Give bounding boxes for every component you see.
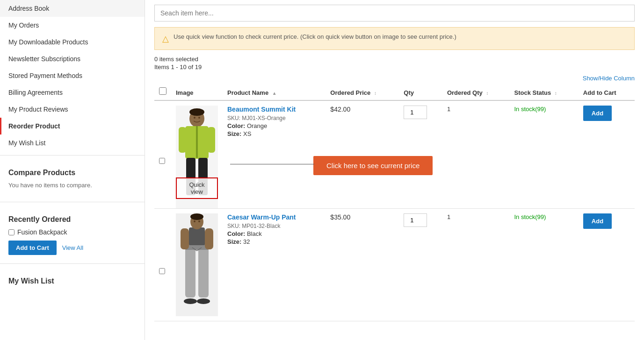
svg-point-24	[194, 220, 195, 222]
row-1-image-cell: Quick view	[171, 100, 223, 209]
search-input[interactable]	[154, 5, 635, 21]
col-product-name[interactable]: Product Name ▲	[223, 84, 326, 100]
product-1-color: Color: Orange	[227, 122, 321, 129]
sidebar-item-reviews[interactable]: My Product Reviews	[0, 101, 145, 118]
row-2-product-info: Caesar Warm-Up Pant SKU: MP01-32-Black C…	[223, 209, 326, 321]
product-image-2	[176, 213, 218, 316]
row-1-qty	[399, 100, 442, 209]
sidebar-item-reorder[interactable]: Reorder Product	[0, 118, 145, 135]
svg-rect-20	[181, 228, 189, 249]
recently-ordered-title: Recently Ordered	[8, 215, 136, 224]
row-2-checkbox[interactable]	[159, 268, 165, 274]
wish-list-title: My Wish List	[8, 277, 136, 285]
svg-point-9	[198, 117, 200, 119]
row-2-add-button[interactable]: Add	[583, 213, 612, 229]
col-ordered-qty[interactable]: Ordered Qty ↕	[442, 84, 510, 100]
quick-view-callout[interactable]: Click here to see current price	[313, 156, 433, 175]
svg-rect-12	[189, 227, 205, 246]
recently-ordered-product-name: Fusion Backpack	[17, 228, 67, 236]
col-qty: Qty	[399, 84, 442, 100]
sidebar-item-my-orders[interactable]: My Orders	[0, 17, 145, 34]
sort-icon-ordered-qty: ↕	[486, 91, 488, 96]
row-1-ordered-qty: 1	[442, 100, 510, 209]
sort-icon-product-name: ▲	[272, 91, 277, 96]
col-stock-status[interactable]: Stock Status ↕	[509, 84, 578, 100]
recently-ordered-item: Fusion Backpack	[8, 228, 136, 236]
recently-ordered-section: Recently Ordered Fusion Backpack Add to …	[0, 206, 145, 260]
product-2-size: Size: 32	[227, 238, 321, 245]
row-1-checkbox[interactable]	[159, 158, 165, 164]
svg-rect-3	[196, 126, 198, 158]
svg-rect-4	[179, 127, 186, 153]
row-2-ordered-qty: 1	[442, 209, 510, 321]
svg-point-19	[197, 298, 210, 304]
row-2-qty	[399, 209, 442, 321]
product-2-color: Color: Black	[227, 230, 321, 237]
sidebar-view-all-button[interactable]: View All	[62, 244, 83, 251]
sidebar-item-downloadable[interactable]: My Downloadable Products	[0, 34, 145, 50]
table-row: Quick view Beaumont Summit Kit SKU: MJ01…	[154, 100, 635, 209]
row-1-product-info: Beaumont Summit Kit SKU: MJ01-XS-Orange …	[223, 100, 326, 209]
product-1-sku: SKU: MJ01-XS-Orange	[227, 115, 321, 121]
show-hide-column-link[interactable]: Show/Hide Column	[583, 75, 635, 82]
svg-point-8	[194, 117, 195, 119]
svg-rect-14	[198, 246, 209, 298]
row-2-price: $35.00	[326, 209, 399, 321]
compare-products-section: Compare Products You have no items to co…	[0, 159, 145, 198]
sidebar-add-to-cart-button[interactable]: Add to Cart	[8, 241, 57, 255]
items-selected-count: 0 items selected	[154, 56, 635, 63]
sidebar-item-payment-methods[interactable]: Stored Payment Methods	[0, 67, 145, 84]
sort-icon-price: ↕	[374, 91, 376, 96]
svg-point-18	[184, 298, 197, 304]
svg-point-10	[189, 108, 204, 116]
sidebar-item-billing[interactable]: Billing Agreements	[0, 84, 145, 101]
sidebar: Address Book My Orders My Downloadable P…	[0, 0, 145, 340]
sidebar-item-address-book[interactable]: Address Book	[0, 0, 145, 17]
warning-icon: △	[162, 34, 169, 44]
recently-ordered-checkbox[interactable]	[8, 229, 14, 235]
notice-bar: △ Use quick view function to check curre…	[154, 27, 635, 50]
row-1-add-to-cart: Add	[579, 100, 635, 209]
row-1-price: $42.00	[326, 100, 399, 209]
sidebar-item-newsletter[interactable]: Newsletter Subscriptions	[0, 50, 145, 67]
row-1-stock: In stock(99)	[509, 100, 578, 209]
sort-icon-stock: ↕	[555, 91, 557, 96]
sidebar-item-wish-list[interactable]: My Wish List	[0, 135, 145, 151]
main-content: △ Use quick view function to check curre…	[145, 0, 644, 340]
notice-text: Use quick view function to check current…	[174, 33, 456, 40]
col-ordered-price[interactable]: Ordered Price ↕	[326, 84, 399, 100]
svg-rect-5	[208, 127, 215, 153]
product-image-svg-2	[176, 213, 218, 316]
svg-point-23	[190, 213, 203, 220]
row-2-image-cell	[171, 209, 223, 321]
select-all-checkbox[interactable]	[159, 87, 166, 95]
product-image-1: Quick view	[176, 106, 218, 208]
table-row: Caesar Warm-Up Pant SKU: MP01-32-Black C…	[154, 209, 635, 321]
product-1-name-link[interactable]: Beaumont Summit Kit	[227, 106, 321, 113]
quick-view-button[interactable]: Quick view	[176, 177, 218, 199]
items-range: Items 1 - 10 of 19	[154, 64, 635, 71]
product-1-size: Size: XS	[227, 130, 321, 137]
quick-view-overlay: Quick view	[176, 177, 218, 199]
product-image-container: Quick view	[176, 106, 218, 208]
compare-products-text: You have no items to compare.	[8, 182, 136, 189]
product-2-name-link[interactable]: Caesar Warm-Up Pant	[227, 213, 321, 221]
row-2-stock: In stock(99)	[509, 209, 578, 321]
row-2-qty-input[interactable]	[404, 213, 427, 227]
svg-rect-13	[185, 246, 195, 298]
row-1-qty-input[interactable]	[404, 106, 427, 119]
col-add-to-cart: Add to Cart	[579, 84, 635, 100]
row-2-add-to-cart: Add	[579, 209, 635, 321]
svg-point-25	[198, 220, 200, 222]
products-table: Image Product Name ▲ Ordered Price ↕ Qty…	[154, 84, 635, 321]
wish-list-section: My Wish List	[0, 268, 145, 295]
compare-products-title: Compare Products	[8, 169, 136, 177]
svg-rect-21	[205, 228, 213, 249]
col-image: Image	[171, 84, 223, 100]
product-2-sku: SKU: MP01-32-Black	[227, 223, 321, 229]
row-1-add-button[interactable]: Add	[583, 106, 612, 121]
